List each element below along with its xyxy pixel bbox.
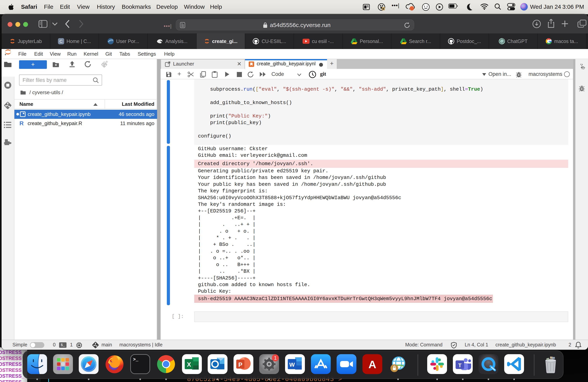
svg-text:T: T <box>458 362 462 368</box>
svg-text:C: C <box>60 39 63 44</box>
svg-text:A: A <box>368 358 376 371</box>
svg-text:P: P <box>238 361 242 368</box>
svg-text:W: W <box>289 361 295 368</box>
svg-text:1: 1 <box>274 355 277 361</box>
svg-text:X: X <box>187 361 191 368</box>
svg-text:>_: >_ <box>133 357 138 362</box>
